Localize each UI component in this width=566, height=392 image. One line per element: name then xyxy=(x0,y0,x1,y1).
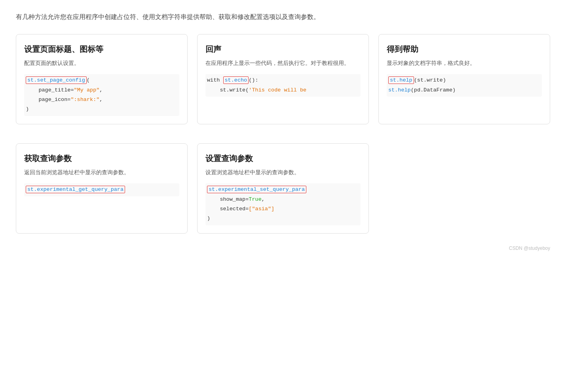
card-get-query-params: 获取查询参数 返回当前浏览器地址栏中显示的查询参数。 st.experiment… xyxy=(16,143,188,234)
fn-get-query-params[interactable]: st.experimental_get_query_para xyxy=(26,186,125,193)
intro-text: 有几种方法允许您在应用程序中创建占位符、使用文档字符串提供帮助、获取和修改配置选… xyxy=(16,12,550,22)
card-echo: 回声 在应用程序上显示一些代码，然后执行它。对于教程很用。 with st.ec… xyxy=(197,34,369,124)
code-line-help-2: st.help(pd.DataFrame) xyxy=(387,86,542,95)
fn-echo[interactable]: st.echo xyxy=(223,76,249,84)
code-line-help-1: st.help(st.write) xyxy=(387,76,542,85)
code-line-gqp-1: st.experimental_get_query_para xyxy=(24,185,179,194)
card-help: 得到帮助 显示对象的文档字符串，格式良好。 st.help(st.write) … xyxy=(378,34,550,124)
fn-set-page-config[interactable]: st.set_page_config xyxy=(26,76,87,84)
top-grid: 设置页面标题、图标等 配置页面的默认设置。 st.set_page_config… xyxy=(16,34,550,134)
code-block-get-query-params: st.experimental_get_query_para xyxy=(24,183,179,196)
card-desc-set-page-config: 配置页面的默认设置。 xyxy=(24,59,179,68)
code-line-echo-2: st.write('This code will be xyxy=(205,86,361,95)
code-line-sqp-2: show_map=True, xyxy=(205,195,361,204)
code-block-help: st.help(st.write) st.help(pd.DataFrame) xyxy=(387,74,542,97)
card-title-set-page-config: 设置页面标题、图标等 xyxy=(24,44,179,55)
code-line-1: st.set_page_config( xyxy=(24,76,179,85)
code-line-4: ) xyxy=(24,105,179,114)
card-title-get-query-params: 获取查询参数 xyxy=(24,153,179,164)
code-line-3: page_icon=":shark:", xyxy=(24,95,179,105)
code-line-2: page_title="My app", xyxy=(24,86,179,95)
card-title-set-query-params: 设置查询参数 xyxy=(205,153,361,164)
code-block-echo: with st.echo(): st.write('This code will… xyxy=(205,74,361,97)
code-line-sqp-4: ) xyxy=(205,214,361,223)
empty-col xyxy=(378,143,550,234)
code-line-sqp-3: selected=["asia"] xyxy=(205,204,361,214)
card-desc-get-query-params: 返回当前浏览器地址栏中显示的查询参数。 xyxy=(24,168,179,177)
card-title-echo: 回声 xyxy=(205,44,361,55)
watermark: CSDN @studyeboy xyxy=(16,245,550,251)
card-title-help: 得到帮助 xyxy=(387,44,542,55)
code-line-sqp-1: st.experimental_set_query_para xyxy=(205,185,361,194)
card-desc-help: 显示对象的文档字符串，格式良好。 xyxy=(387,59,542,68)
card-set-query-params: 设置查询参数 设置浏览器地址栏中显示的查询参数。 st.experimental… xyxy=(197,143,369,234)
code-line-echo-1: with st.echo(): xyxy=(205,76,361,85)
fn-set-query-params[interactable]: st.experimental_set_query_para xyxy=(207,186,306,193)
card-set-page-config: 设置页面标题、图标等 配置页面的默认设置。 st.set_page_config… xyxy=(16,34,188,124)
code-block-set-query-params: st.experimental_set_query_para show_map=… xyxy=(205,183,361,225)
card-desc-echo: 在应用程序上显示一些代码，然后执行它。对于教程很用。 xyxy=(205,59,361,68)
code-block-set-page-config: st.set_page_config( page_title="My app",… xyxy=(24,74,179,116)
bottom-grid: 获取查询参数 返回当前浏览器地址栏中显示的查询参数。 st.experiment… xyxy=(16,143,550,234)
fn-help[interactable]: st.help xyxy=(388,76,414,84)
card-desc-set-query-params: 设置浏览器地址栏中显示的查询参数。 xyxy=(205,168,361,177)
